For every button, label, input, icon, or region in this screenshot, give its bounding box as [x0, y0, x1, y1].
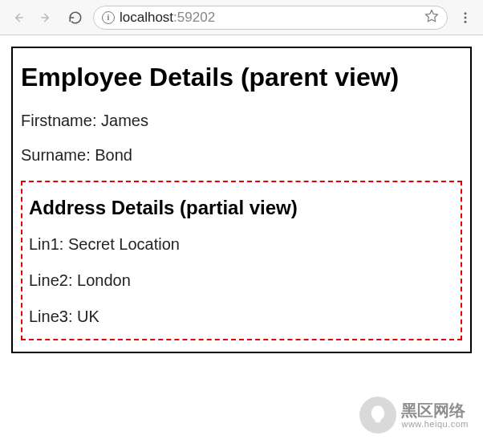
bookmark-star-icon[interactable] [424, 9, 439, 26]
menu-button[interactable] [454, 6, 477, 29]
address-bar[interactable]: i localhost:59202 [93, 6, 448, 30]
forward-button[interactable] [35, 6, 58, 29]
svg-point-5 [465, 20, 467, 22]
partial-view-box: Address Details (partial view) Lin1: Sec… [21, 181, 462, 340]
arrow-right-icon [39, 10, 54, 25]
partial-title: Address Details (partial view) [29, 197, 454, 219]
kebab-menu-icon [458, 10, 473, 25]
address-line2: Line2: London [29, 271, 454, 290]
watermark-text: 黑区网络 www.heiqu.com [401, 401, 469, 429]
site-info-icon[interactable]: i [102, 11, 115, 24]
firstname-line: Firstname: James [21, 112, 462, 130]
parent-title: Employee Details (parent view) [21, 63, 462, 92]
watermark: 黑区网络 www.heiqu.com [359, 397, 469, 434]
svg-marker-2 [426, 10, 438, 21]
surname-line: Surname: Bond [21, 146, 462, 165]
watermark-logo-icon [359, 397, 396, 434]
svg-point-4 [465, 16, 467, 18]
arrow-left-icon [10, 10, 25, 25]
back-button[interactable] [6, 6, 29, 29]
parent-view-box: Employee Details (parent view) Firstname… [11, 47, 472, 353]
browser-toolbar: i localhost:59202 [0, 0, 483, 35]
watermark-url: www.heiqu.com [401, 419, 469, 429]
url-text: localhost:59202 [120, 10, 420, 26]
page-content: Employee Details (parent view) Firstname… [0, 35, 483, 448]
reload-icon [68, 10, 83, 25]
url-host: localhost [120, 10, 173, 25]
address-line1: Lin1: Secret Location [29, 235, 454, 254]
svg-point-3 [465, 12, 467, 14]
watermark-cn: 黑区网络 [401, 401, 469, 419]
address-line3: Line3: UK [29, 307, 454, 326]
url-port: :59202 [173, 10, 215, 25]
reload-button[interactable] [64, 6, 87, 29]
